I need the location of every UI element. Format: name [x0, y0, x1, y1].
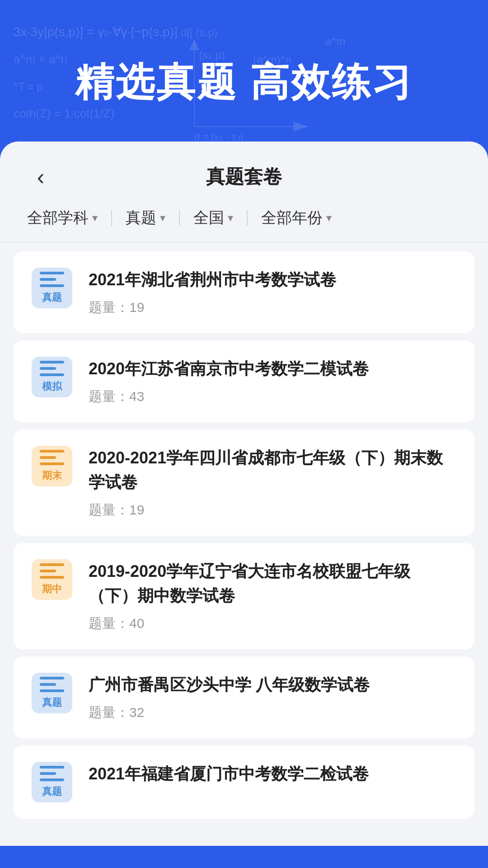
exam-badge: 真题	[32, 268, 72, 308]
exam-card[interactable]: 真题 广州市番禺区沙头中学 八年级数学试卷 题量：32	[14, 656, 474, 738]
exam-title: 2021年福建省厦门市中考数学二检试卷	[89, 762, 456, 786]
badge-label: 模拟	[42, 380, 62, 393]
exam-count: 题量：19	[89, 298, 456, 317]
exam-info: 广州市番禺区沙头中学 八年级数学试卷 题量：32	[89, 673, 456, 722]
filter-year[interactable]: 全部年份 ▾	[248, 208, 345, 228]
exam-title: 广州市番禺区沙头中学 八年级数学试卷	[89, 673, 456, 697]
badge-label: 期中	[42, 582, 62, 596]
exam-badge: 期中	[32, 559, 72, 600]
exam-badge: 期末	[32, 446, 72, 486]
hero-title: 精选真题 高效练习	[0, 0, 488, 132]
filter-type-arrow: ▾	[160, 212, 165, 224]
exam-title: 2020-2021学年四川省成都市七年级（下）期末数学试卷	[89, 446, 456, 495]
exam-count: 题量：32	[89, 703, 456, 722]
exam-info: 2020年江苏省南京市中考数学二模试卷 题量：43	[89, 357, 456, 406]
filter-region-label: 全国	[193, 208, 224, 228]
exam-count: 题量：40	[89, 614, 456, 633]
exam-list: 真题 2021年湖北省荆州市中考数学试卷 题量：19 模拟 2020年江苏省南京…	[0, 251, 488, 819]
badge-label: 真题	[42, 696, 62, 709]
svg-text:d = |x₁ - x₂|: d = |x₁ - x₂|	[194, 131, 243, 142]
exam-title: 2020年江苏省南京市中考数学二模试卷	[89, 357, 456, 381]
exam-count: 题量：43	[89, 387, 456, 406]
exam-title: 2019-2020学年辽宁省大连市名校联盟七年级（下）期中数学试卷	[89, 559, 456, 608]
page-title: 真题套卷	[206, 164, 282, 189]
exam-info: 2021年湖北省荆州市中考数学试卷 题量：19	[89, 268, 456, 317]
filter-type-label: 真题	[126, 208, 156, 228]
filter-subject[interactable]: 全部学科 ▾	[27, 208, 111, 228]
exam-card[interactable]: 期中 2019-2020学年辽宁省大连市名校联盟七年级（下）期中数学试卷 题量：…	[14, 543, 474, 649]
badge-label: 真题	[42, 785, 62, 798]
back-button[interactable]: ‹	[27, 163, 54, 190]
exam-card[interactable]: 模拟 2020年江苏省南京市中考数学二模试卷 题量：43	[14, 340, 474, 422]
exam-card[interactable]: 期末 2020-2021学年四川省成都市七年级（下）期末数学试卷 题量：19	[14, 429, 474, 536]
filter-bar: 全部学科 ▾ 真题 ▾ 全国 ▾ 全部年份 ▾	[0, 203, 488, 242]
exam-count: 题量：19	[89, 501, 456, 519]
filter-subject-label: 全部学科	[27, 208, 89, 228]
main-card: ‹ 真题套卷 全部学科 ▾ 真题 ▾ 全国 ▾ 全部年份 ▾	[0, 142, 488, 846]
badge-label: 真题	[42, 291, 62, 304]
exam-card[interactable]: 真题 2021年福建省厦门市中考数学二检试卷	[14, 745, 474, 819]
filter-region-arrow: ▾	[228, 212, 233, 224]
filter-region[interactable]: 全国 ▾	[180, 208, 247, 228]
filter-year-label: 全部年份	[261, 208, 323, 228]
badge-label: 期末	[42, 469, 62, 482]
exam-title: 2021年湖北省荆州市中考数学试卷	[89, 268, 456, 292]
card-header: ‹ 真题套卷	[0, 142, 488, 203]
filter-type[interactable]: 真题 ▾	[112, 208, 179, 228]
exam-info: 2020-2021学年四川省成都市七年级（下）期末数学试卷 题量：19	[89, 446, 456, 519]
exam-card[interactable]: 真题 2021年湖北省荆州市中考数学试卷 题量：19	[14, 251, 474, 333]
exam-info: 2021年福建省厦门市中考数学二检试卷	[89, 762, 456, 793]
exam-badge: 模拟	[32, 357, 72, 397]
exam-info: 2019-2020学年辽宁省大连市名校联盟七年级（下）期中数学试卷 题量：40	[89, 559, 456, 633]
exam-badge: 真题	[32, 762, 72, 802]
filter-subject-arrow: ▾	[92, 212, 98, 224]
filter-year-arrow: ▾	[326, 212, 332, 224]
exam-badge: 真题	[32, 673, 72, 713]
